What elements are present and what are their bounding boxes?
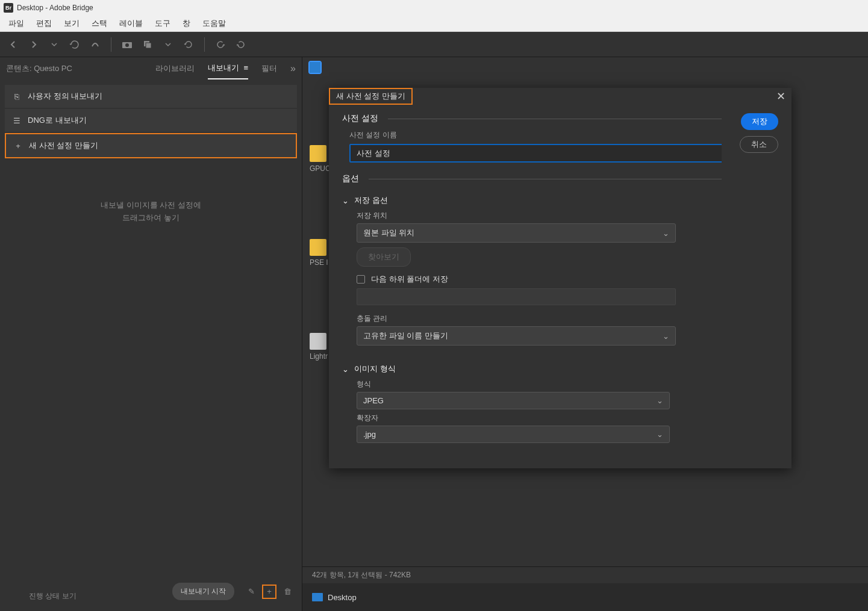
browse-button: 찾아보기 — [357, 247, 411, 267]
ext-label: 확장자 — [357, 413, 716, 423]
conflict-select[interactable]: 고유한 파일 이름 만들기 ⌄ — [357, 326, 676, 346]
start-export-button[interactable]: 내보내기 시작 — [172, 583, 234, 600]
separator — [111, 37, 111, 52]
refresh-icon[interactable] — [180, 36, 197, 53]
dialog-titlebar: 새 사전 설정 만들기 ✕ — [329, 88, 792, 105]
chevron-down-icon[interactable] — [46, 36, 63, 53]
group-save-options[interactable]: ⌄ 저장 옵션 — [342, 195, 716, 206]
dialog-main: 사전 설정 사전 설정 이름 옵션 ⌄ 저장 옵션 저장 위치 원본 파일 위치 — [342, 113, 722, 468]
chevron-down-icon: ⌄ — [657, 396, 663, 405]
preset-name-label: 사전 설정 이름 — [349, 130, 722, 140]
separator — [204, 37, 205, 52]
history-icon[interactable] — [66, 36, 83, 53]
preset-new[interactable]: + 새 사전 설정 만들기 — [5, 133, 297, 158]
tab-overflow-icon[interactable]: » — [290, 63, 296, 74]
nav-forward-icon[interactable] — [25, 36, 42, 53]
plus-icon: + — [13, 141, 23, 150]
menu-label[interactable]: 레이블 — [114, 17, 148, 30]
contents-label: 콘텐츠: Questo PC — [6, 63, 72, 74]
svg-rect-3 — [146, 43, 151, 48]
add-preset-icon[interactable]: + — [262, 585, 276, 599]
menu-edit[interactable]: 편집 — [31, 17, 57, 30]
panel-tabs: 콘텐츠: Questo PC 라이브러리 내보내기 ≡ 필터 » — [0, 57, 302, 80]
thumbnail[interactable] — [310, 145, 326, 162]
progress-label[interactable]: 진행 상태 보기 — [29, 591, 76, 601]
preset-dng-export[interactable]: ☰ DNG로 내보내기 — [5, 109, 297, 132]
tab-export[interactable]: 내보내기 ≡ — [208, 58, 248, 79]
drag-drop-hint: 내보낼 이미지를 사전 설정에 드래그하여 놓기 — [0, 199, 302, 225]
format-label: 형식 — [357, 379, 716, 389]
chevron-down-icon: ⌄ — [342, 365, 349, 374]
boomerang-icon[interactable] — [87, 36, 104, 53]
thumbnail[interactable] — [310, 62, 320, 73]
new-preset-dialog: 새 사전 설정 만들기 ✕ 사전 설정 사전 설정 이름 옵션 ⌄ 저장 옵션 — [329, 88, 792, 468]
ext-select[interactable]: .jpg ⌄ — [357, 426, 670, 443]
status-text: 42개 항목, 1개 선택됨 - 742KB — [312, 570, 411, 580]
export-icon: ⎘ — [12, 92, 22, 101]
close-icon[interactable]: ✕ — [776, 90, 785, 103]
menu-help[interactable]: 도움말 — [198, 17, 231, 30]
save-button[interactable]: 저장 — [741, 113, 778, 130]
chevron-down-icon: ⌄ — [342, 196, 349, 205]
tab-filter[interactable]: 필터 — [261, 58, 277, 79]
tab-library[interactable]: 라이브러리 — [155, 58, 195, 79]
edit-icon[interactable]: ✎ — [244, 585, 258, 599]
chevron-down-icon: ⌄ — [663, 229, 669, 238]
path-segment[interactable]: Desktop — [328, 593, 357, 602]
menu-window[interactable]: 창 — [178, 17, 195, 30]
save-location-label: 저장 위치 — [357, 211, 716, 221]
cancel-button[interactable]: 취소 — [740, 136, 778, 153]
folder-icon — [312, 593, 323, 601]
app-icon: Br — [4, 3, 13, 13]
pathbar[interactable]: Desktop — [302, 583, 868, 611]
subfolder-input — [357, 288, 676, 305]
svg-point-1 — [125, 43, 129, 47]
window-title: Desktop - Adobe Bridge — [17, 4, 93, 12]
camera-icon[interactable] — [119, 36, 136, 53]
menu-file[interactable]: 파일 — [4, 17, 29, 30]
nav-back-icon[interactable] — [5, 36, 22, 53]
chevron-down-icon: ⌄ — [657, 430, 663, 439]
rotate-ccw-icon[interactable] — [212, 36, 229, 53]
preset-label: DNG로 내보내기 — [28, 115, 87, 126]
section-options: 옵션 — [342, 173, 722, 184]
chevron-down-icon: ⌄ — [663, 332, 669, 341]
subfolder-checkbox[interactable]: 다음 하위 폴더에 저장 — [357, 274, 716, 285]
preset-label: 사용자 정의 내보내기 — [28, 91, 102, 102]
save-location-select[interactable]: 원본 파일 위치 ⌄ — [357, 223, 676, 243]
list-icon: ☰ — [12, 116, 22, 125]
thumbnail[interactable] — [310, 239, 326, 256]
dialog-side: 저장 취소 — [730, 113, 778, 468]
menu-stack[interactable]: 스택 — [87, 17, 112, 30]
titlebar: Br Desktop - Adobe Bridge — [0, 0, 868, 15]
menu-view[interactable]: 보기 — [59, 17, 84, 30]
workspace: 콘텐츠: Questo PC 라이브러리 내보내기 ≡ 필터 » ⎘ 사용자 정… — [0, 57, 868, 611]
chevron-down-icon[interactable] — [160, 36, 176, 53]
rotate-cw-icon[interactable] — [233, 36, 249, 53]
delete-icon[interactable]: 🗑 — [280, 585, 295, 599]
statusbar: 42개 항목, 1개 선택됨 - 742KB — [302, 566, 868, 583]
preset-label: 새 사전 설정 만들기 — [29, 140, 98, 151]
dialog-title: 새 사전 설정 만들기 — [329, 88, 413, 105]
format-select[interactable]: JPEG ⌄ — [357, 392, 670, 409]
preset-name-input[interactable] — [349, 144, 722, 163]
group-image-format[interactable]: ⌄ 이미지 형식 — [342, 364, 716, 374]
left-panel: 콘텐츠: Questo PC 라이브러리 내보내기 ≡ 필터 » ⎘ 사용자 정… — [0, 57, 302, 611]
export-preset-list: ⎘ 사용자 정의 내보내기 ☰ DNG로 내보내기 + 새 사전 설정 만들기 — [0, 80, 302, 164]
checkbox-icon — [357, 275, 365, 284]
conflict-label: 충돌 관리 — [357, 314, 716, 324]
menu-tool[interactable]: 도구 — [150, 17, 175, 30]
options-scroll[interactable]: ⌄ 저장 옵션 저장 위치 원본 파일 위치 ⌄ 찾아보기 다음 하위 폴더에 … — [342, 193, 722, 457]
copy-icon[interactable] — [139, 36, 156, 53]
preset-custom-export[interactable]: ⎘ 사용자 정의 내보내기 — [5, 85, 297, 108]
thumbnail[interactable] — [310, 333, 326, 350]
menubar: 파일 편집 보기 스택 레이블 도구 창 도움말 — [0, 15, 868, 32]
toolbar — [0, 32, 868, 57]
section-preset: 사전 설정 — [342, 113, 722, 124]
